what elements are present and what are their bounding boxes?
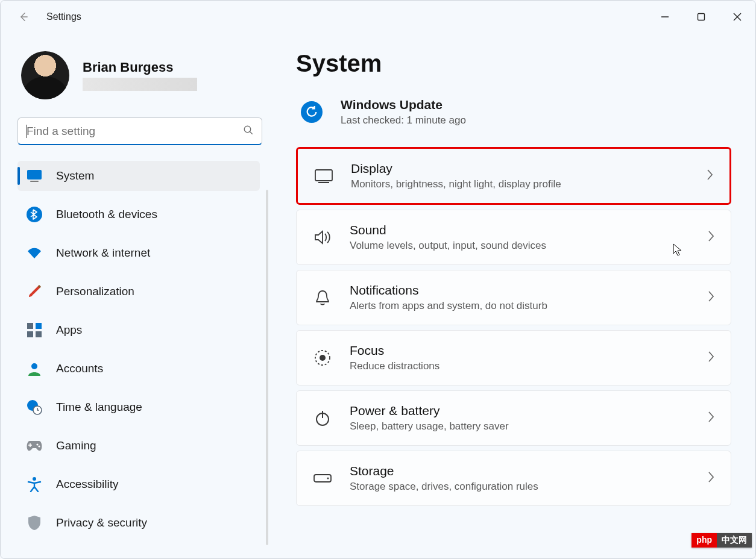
- update-sub: Last checked: 1 minute ago: [341, 114, 466, 126]
- avatar: [21, 51, 69, 99]
- sidebar-item-label: Personalization: [56, 285, 134, 298]
- focus-icon: [312, 349, 333, 366]
- accessibility-icon: [26, 476, 43, 493]
- windows-update-row[interactable]: Windows Update Last checked: 1 minute ag…: [296, 92, 731, 147]
- minimize-button[interactable]: [647, 4, 683, 30]
- svg-rect-12: [27, 331, 33, 337]
- sidebar-item-privacy[interactable]: Privacy & security: [17, 508, 260, 538]
- display-icon: [313, 169, 334, 183]
- window-controls: [647, 1, 755, 33]
- text-caret: [27, 125, 27, 138]
- card-display[interactable]: Display Monitors, brightness, night ligh…: [296, 147, 731, 205]
- update-icon: [301, 101, 323, 123]
- sidebar-item-network[interactable]: Network & internet: [17, 238, 260, 268]
- sidebar-item-label: Bluetooth & devices: [56, 208, 157, 221]
- svg-rect-10: [27, 323, 33, 329]
- watermark: php 中文网: [691, 533, 752, 548]
- sidebar-item-gaming[interactable]: Gaming: [17, 431, 260, 461]
- svg-point-19: [33, 477, 36, 481]
- close-button[interactable]: [719, 4, 755, 30]
- settings-cards: Display Monitors, brightness, night ligh…: [296, 147, 731, 506]
- sidebar-scrollbar[interactable]: [266, 190, 268, 545]
- card-storage[interactable]: Storage Storage space, drives, configura…: [296, 451, 731, 506]
- user-name: Brian Burgess: [83, 60, 197, 75]
- clock-globe-icon: [26, 399, 43, 416]
- search-wrap: [17, 117, 262, 145]
- paintbrush-icon: [26, 283, 43, 300]
- apps-icon: [26, 322, 43, 339]
- sidebar-item-accessibility[interactable]: Accessibility: [17, 469, 260, 499]
- svg-point-17: [36, 443, 38, 445]
- user-block[interactable]: Brian Burgess: [17, 33, 266, 117]
- card-title: Display: [351, 161, 688, 176]
- bluetooth-icon: [26, 206, 43, 223]
- titlebar-left: Settings: [15, 8, 81, 25]
- svg-line-5: [250, 131, 253, 134]
- maximize-button[interactable]: [683, 4, 719, 30]
- card-sub: Volume levels, output, input, sound devi…: [350, 240, 690, 252]
- chevron-right-icon: [707, 230, 715, 245]
- sidebar-item-label: System: [56, 169, 94, 183]
- chevron-right-icon: [707, 290, 715, 305]
- sidebar-item-label: Privacy & security: [56, 516, 147, 529]
- bell-icon: [312, 289, 333, 306]
- card-sub: Alerts from apps and system, do not dist…: [350, 300, 690, 312]
- back-button[interactable]: [15, 8, 32, 25]
- card-sub: Sleep, battery usage, battery saver: [350, 420, 690, 433]
- search-input[interactable]: [17, 117, 262, 145]
- card-title: Storage: [350, 464, 690, 478]
- card-title: Notifications: [350, 283, 690, 298]
- update-title: Windows Update: [341, 98, 466, 112]
- svg-point-14: [31, 363, 37, 369]
- svg-rect-20: [315, 170, 332, 181]
- power-icon: [312, 410, 333, 426]
- sidebar-item-label: Network & internet: [56, 246, 150, 260]
- sidebar-item-system[interactable]: System: [17, 161, 260, 191]
- card-sound[interactable]: Sound Volume levels, output, input, soun…: [296, 210, 731, 265]
- minimize-icon: [661, 13, 669, 21]
- svg-rect-11: [36, 323, 42, 329]
- sidebar-item-label: Accessibility: [56, 478, 118, 491]
- sidebar-item-bluetooth[interactable]: Bluetooth & devices: [17, 199, 260, 230]
- card-sub: Monitors, brightness, night light, displ…: [351, 178, 688, 190]
- card-notifications[interactable]: Notifications Alerts from apps and syste…: [296, 270, 731, 325]
- close-icon: [733, 13, 742, 21]
- chevron-right-icon: [707, 410, 715, 426]
- storage-icon: [312, 473, 333, 484]
- page-title: System: [296, 50, 731, 77]
- card-power[interactable]: Power & battery Sleep, battery usage, ba…: [296, 390, 731, 446]
- sidebar-item-label: Apps: [56, 323, 82, 337]
- chevron-right-icon: [707, 470, 715, 486]
- svg-rect-6: [27, 170, 42, 180]
- wifi-icon: [26, 245, 43, 261]
- svg-point-18: [38, 445, 40, 447]
- back-icon: [17, 11, 30, 23]
- watermark-right: 中文网: [717, 533, 752, 548]
- card-focus[interactable]: Focus Reduce distractions: [296, 330, 731, 386]
- settings-window: Settings Brian Burgess: [0, 0, 756, 559]
- svg-rect-8: [30, 181, 39, 182]
- titlebar: Settings: [1, 1, 755, 33]
- sidebar-item-label: Accounts: [56, 362, 103, 375]
- card-title: Sound: [350, 223, 690, 237]
- sidebar-item-accounts[interactable]: Accounts: [17, 354, 260, 384]
- svg-rect-13: [36, 331, 42, 337]
- sidebar-item-personalization[interactable]: Personalization: [17, 276, 260, 307]
- svg-point-27: [327, 478, 329, 479]
- card-sub: Storage space, drives, configuration rul…: [350, 481, 690, 493]
- nav-list: System Bluetooth & devices Network & int…: [17, 161, 266, 538]
- watermark-left: php: [691, 533, 717, 548]
- sidebar-item-apps[interactable]: Apps: [17, 315, 260, 345]
- sidebar-item-time[interactable]: Time & language: [17, 392, 260, 422]
- sidebar-item-label: Time & language: [56, 401, 142, 414]
- sidebar: Brian Burgess System: [1, 33, 272, 558]
- gamepad-icon: [26, 437, 43, 454]
- card-sub: Reduce distractions: [350, 360, 690, 372]
- card-title: Power & battery: [350, 404, 690, 418]
- chevron-right-icon: [707, 350, 715, 366]
- person-icon: [26, 360, 43, 377]
- user-email-redacted: [83, 78, 197, 91]
- shield-icon: [26, 514, 43, 531]
- content: System Windows Update Last checked: 1 mi…: [272, 33, 755, 558]
- svg-point-4: [244, 126, 251, 133]
